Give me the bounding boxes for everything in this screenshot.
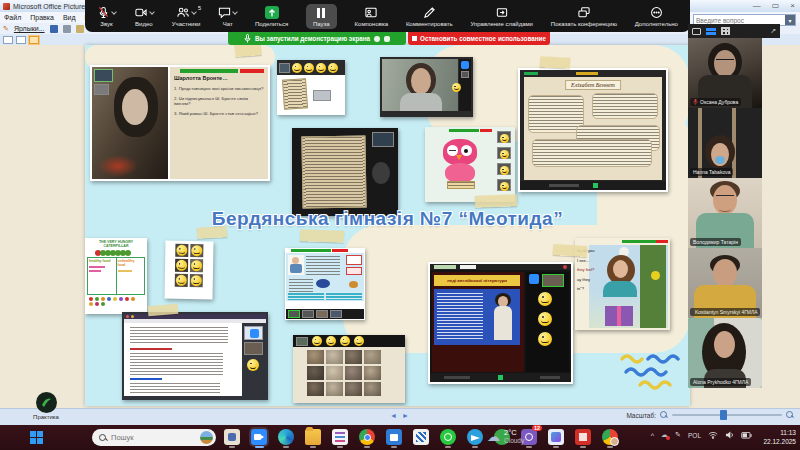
dropdown-icon[interactable]: ▾ (785, 15, 795, 25)
mic-icon (244, 34, 251, 43)
photos-app-icon[interactable] (548, 429, 564, 445)
text-fragment: ay they (577, 275, 601, 285)
more-button[interactable]: Дополнительно (635, 6, 678, 27)
scroll-right-icon[interactable]: ► (402, 412, 414, 419)
menu-edit[interactable]: Правка (30, 14, 54, 21)
praktyka-app-icon (36, 392, 57, 413)
participant-tile-hanna[interactable]: Hanna Tabakova (688, 108, 762, 178)
chrome-profile-icon[interactable] (602, 429, 618, 445)
zoom-label: Масштаб: (626, 412, 656, 419)
battery-icon[interactable] (741, 432, 752, 439)
zoom-in-icon[interactable] (786, 411, 794, 419)
search-input[interactable] (111, 433, 196, 442)
audio-button[interactable]: Звук (97, 6, 116, 27)
pen-icon[interactable]: ✎ (675, 431, 681, 439)
store-icon[interactable] (386, 429, 402, 445)
unhealthy-food-header: unhealthy food (118, 259, 144, 267)
gallery-view-icon[interactable] (721, 27, 730, 35)
charlotte-q2: 2. Чи підписувалася Ш. Бронте своїм імен… (174, 96, 264, 106)
chat-button[interactable]: Чат (218, 6, 237, 27)
thumbnail-view-icon[interactable] (3, 36, 13, 44)
document-app-icon[interactable] (332, 429, 348, 445)
minimize-button[interactable]: — (753, 1, 761, 10)
participants-button[interactable]: 5 Участники (172, 6, 201, 27)
participant-tile-kostiantyn[interactable]: Kostiantyn Smyrskyi 4ГМЛА (688, 248, 762, 318)
speaker-view-icon[interactable] (692, 28, 701, 35)
expand-icon[interactable]: ↗ (770, 27, 776, 35)
shortcut-label: Практика (14, 414, 78, 420)
strip-view-icon[interactable] (706, 28, 716, 35)
taskbar-search[interactable] (92, 429, 216, 446)
video-thumbnail (94, 84, 109, 95)
zoom-slider-thumb[interactable] (720, 410, 727, 420)
video-call-screenshot (380, 57, 473, 117)
clock[interactable]: 11:13 22.12.2025 (763, 428, 796, 446)
file-explorer-icon[interactable] (305, 429, 321, 445)
charlotte-title: Шарлотта Бронте… (174, 75, 264, 81)
preview-icon[interactable] (76, 25, 84, 33)
smiley-book-screenshot (277, 60, 345, 115)
filmstrip-view-icon[interactable] (16, 36, 26, 44)
red-app-icon[interactable] (575, 429, 591, 445)
telegram-icon[interactable] (467, 429, 483, 445)
pause-button[interactable]: Пауза (306, 4, 337, 29)
volume-icon[interactable] (725, 431, 734, 439)
participant-tile-volodymyr[interactable]: Володимир Татарін (688, 178, 762, 248)
search-highlight-image[interactable] (200, 431, 213, 444)
old-book-drawing (282, 78, 308, 110)
zoom-slider[interactable] (672, 414, 782, 416)
desktop-shortcut-praktyka[interactable]: Практика (14, 392, 78, 420)
save-icon[interactable] (50, 25, 58, 33)
layout-icon (364, 6, 378, 19)
onedrive-icon[interactable]: ☁ (661, 431, 668, 439)
single-view-icon[interactable] (29, 36, 39, 44)
close-button[interactable]: × (790, 1, 795, 10)
restore-button[interactable]: ▭ (772, 1, 780, 10)
menu-file[interactable]: Файл (4, 14, 21, 21)
text-fragment: I see... (577, 256, 601, 266)
blue-lines-app-icon[interactable] (413, 429, 429, 445)
camera-icon (134, 6, 148, 19)
elizabeth-bennet-slide: Елізабет Беннет (518, 68, 668, 192)
owl-illustration (439, 137, 483, 189)
start-button[interactable] (30, 431, 43, 444)
chevron-down-icon (191, 9, 197, 15)
video-button[interactable]: Видео (134, 6, 154, 27)
layout-button[interactable]: Компоновка (355, 6, 388, 27)
print-icon[interactable] (63, 25, 71, 33)
help-search-input[interactable] (694, 17, 785, 24)
wifi-icon[interactable] (708, 431, 718, 439)
participant-strip: Оксана Дуброва Hanna Tabakova Володимир … (688, 38, 762, 388)
menu-view[interactable]: Вид (63, 14, 76, 21)
share-button[interactable]: Поделиться (255, 6, 288, 27)
old-text-screenshot (292, 128, 398, 216)
birthday-photo-card: ho do you I see... they feel? ay they te… (575, 238, 670, 330)
chevron-down-icon (149, 9, 155, 15)
edge-icon[interactable] (278, 429, 294, 445)
muted-mic-icon (693, 99, 698, 105)
zoom-icon[interactable] (251, 429, 267, 445)
tray-expand-icon[interactable]: ^ (651, 432, 654, 439)
participant-tile-oksana[interactable]: Оксана Дуброва (688, 38, 762, 108)
scroll-left-icon[interactable]: ◄ (390, 412, 402, 419)
shortcuts-button[interactable]: Ярлыки... (14, 25, 45, 32)
chevron-down-icon (111, 9, 117, 15)
charlotte-q1: 1. Представницею якої країни письменниця… (174, 86, 264, 91)
weather-widget[interactable]: ☁ 2°CCloudy (487, 428, 524, 444)
participants-icon (176, 6, 190, 19)
healthy-food-header: healthy food (89, 259, 115, 263)
manage-slides-button[interactable]: Управление слайдами (470, 6, 533, 27)
language-indicator[interactable]: POL (688, 432, 701, 439)
share-screen-icon (265, 6, 279, 19)
taskbar: 12 ☁ 2°CCloudy ^ ☁ ✎ POL 11:13 22.12.202… (0, 425, 800, 450)
chrome-icon[interactable] (359, 429, 375, 445)
media-app-icon[interactable] (224, 429, 240, 445)
zoom-out-icon[interactable] (660, 411, 668, 419)
stop-share-button[interactable]: Остановить совместное использование (408, 32, 550, 45)
participant-tile-alona[interactable]: Alona Prykhodko 4ГМЛА (688, 318, 762, 388)
show-conference-button[interactable]: Показать конференцию (551, 6, 617, 27)
zoom-control: Масштаб: (626, 411, 794, 419)
annotate-button[interactable]: Комментировать (406, 6, 453, 27)
whatsapp-icon[interactable] (440, 429, 456, 445)
pencil-icon: ✎ (3, 25, 9, 33)
